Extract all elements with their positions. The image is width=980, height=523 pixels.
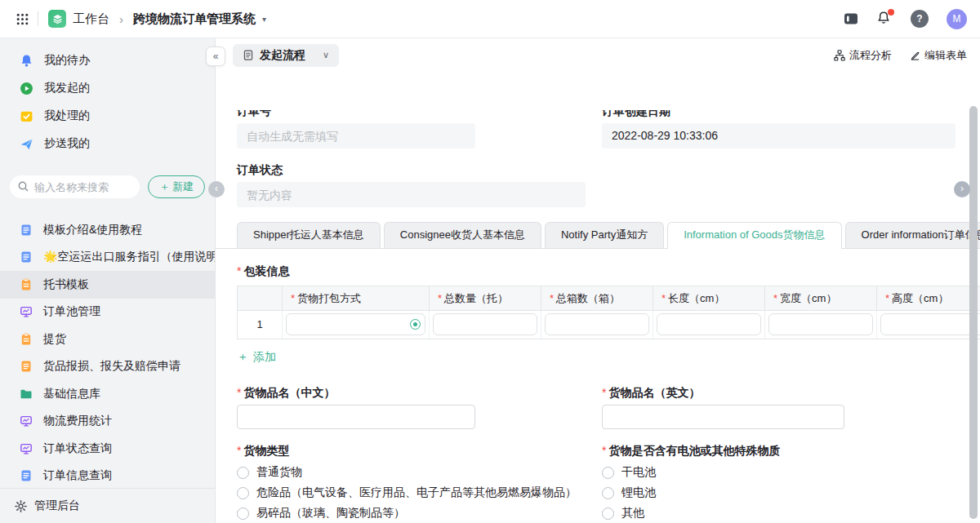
tab-notify-party[interactable]: Notify Party通知方: [545, 222, 664, 248]
radio-dangerous-goods[interactable]: 危险品（电气设备、医疗用品、电子产品等其他易燃易爆物品）: [237, 486, 602, 499]
packing-section-label: 包装信息: [237, 263, 980, 279]
sidebar-item-initiated-by-me[interactable]: 我发起的: [0, 74, 215, 102]
tab-consignee-info[interactable]: Consignee收货人基本信息: [384, 222, 541, 248]
radio-icon: [237, 487, 249, 499]
sidebar-item-order-pool[interactable]: 订单池管理: [0, 299, 215, 326]
radio-other[interactable]: 其他: [602, 507, 980, 520]
packing-method-select[interactable]: [286, 313, 425, 335]
order-no-input[interactable]: [237, 123, 475, 148]
chevron-down-icon[interactable]: ▾: [262, 15, 266, 24]
form-tabs: Shipper托运人基本信息 Consignee收货人基本信息 Notify P…: [237, 222, 980, 249]
notifications-bell-icon[interactable]: [876, 11, 893, 27]
goods-name-en-label: 货物品名（英文）: [602, 384, 980, 401]
send-icon: [20, 137, 33, 151]
document-icon: [20, 360, 33, 373]
length-input[interactable]: [657, 313, 761, 335]
height-input[interactable]: [880, 313, 980, 335]
created-date-value: 2022-08-29 10:33:06: [602, 123, 956, 148]
document-icon: [20, 469, 33, 482]
divider: [38, 11, 38, 26]
avatar[interactable]: M: [947, 9, 967, 29]
goods-name-cn-input[interactable]: [237, 405, 475, 429]
sidebar-item-pickup[interactable]: 提货: [0, 326, 215, 353]
gear-icon: [15, 500, 27, 512]
radio-dry-battery[interactable]: 干电池: [602, 466, 980, 479]
sidebar-item-label: 抄送我的: [44, 136, 90, 151]
sidebar-item-base-info[interactable]: 基础信息库: [0, 380, 215, 408]
add-row-button[interactable]: ＋ 添加: [237, 350, 276, 365]
document-icon: [20, 250, 33, 264]
pencil-icon: [910, 50, 920, 60]
menu-item-label: 基础信息库: [43, 387, 100, 401]
page-title[interactable]: 跨境物流订单管理系统: [133, 11, 256, 27]
new-button[interactable]: ＋ 新建: [148, 175, 205, 198]
sidebar-item-processed-by-me[interactable]: 我处理的: [0, 102, 215, 130]
panel-toggle-icon[interactable]: [844, 12, 858, 25]
radio-fragile-goods[interactable]: 易碎品（玻璃、陶瓷制品等）: [237, 507, 602, 520]
total-qty-input[interactable]: [433, 313, 537, 335]
radio-general-cargo[interactable]: 普通货物: [237, 466, 602, 479]
app-grid-icon[interactable]: [13, 10, 31, 28]
vertical-scrollbar[interactable]: [969, 106, 978, 519]
edit-form-link[interactable]: 编辑表单: [910, 48, 967, 63]
tabs-scroll-left-button[interactable]: ‹: [208, 181, 225, 197]
tab-goods-info[interactable]: Information of Goods货物信息: [667, 222, 841, 249]
sidebar-item-admin-console[interactable]: 管理后台: [0, 488, 215, 523]
play-circle-icon: [20, 82, 33, 95]
sidebar-item-damage-claim[interactable]: 货品报损、报失及赔偿申请: [0, 353, 215, 381]
col-width: 宽度（cm）: [765, 286, 877, 310]
col-total-boxes: 总箱数（箱）: [541, 286, 653, 310]
top-nav: 工作台 › 跨境物流订单管理系统 ▾ ? M: [0, 0, 980, 38]
tabs-scroll-right-button[interactable]: ›: [954, 181, 970, 197]
process-toolbar: 发起流程 ∨ 流程分析 编辑表单: [216, 38, 980, 72]
created-date-label: 订单创建日期: [602, 110, 980, 119]
main-content: « 发起流程 ∨ 流程分析 编辑表单 ‹ ›: [216, 38, 980, 523]
order-status-input[interactable]: [237, 182, 586, 207]
sidebar-item-cost-stats[interactable]: 物流费用统计: [0, 408, 215, 436]
sidebar-item-booking-template[interactable]: 托书模板: [0, 271, 215, 299]
plus-icon: ＋: [159, 180, 170, 194]
sidebar-collapse-button[interactable]: «: [206, 47, 225, 66]
help-icon[interactable]: ?: [911, 10, 929, 28]
radio-icon: [602, 467, 614, 479]
cargo-type-label: 货物类型: [237, 442, 602, 459]
goods-name-en-input[interactable]: [602, 405, 844, 429]
radio-icon: [602, 487, 614, 499]
width-input[interactable]: [768, 313, 873, 335]
notification-dot: [888, 9, 894, 16]
admin-label: 管理后台: [34, 499, 80, 513]
menu-item-label: 🌟空运运出口服务指引（使用说明）: [43, 250, 215, 264]
sidebar-item-cc-to-me[interactable]: 抄送我的: [0, 130, 215, 157]
sidebar-item-order-info-query[interactable]: 订单信息查询: [0, 463, 215, 490]
menu-item-label: 提货: [43, 332, 66, 347]
tab-order-info[interactable]: Order information订单信息: [845, 222, 980, 248]
radio-lithium-battery[interactable]: 锂电池: [602, 486, 980, 499]
col-index: [238, 286, 283, 310]
flow-icon: [834, 50, 845, 61]
sidebar-item-my-todos[interactable]: 我的待办: [0, 47, 215, 74]
process-analysis-link[interactable]: 流程分析: [834, 48, 892, 63]
clipboard-icon: [20, 278, 33, 291]
order-status-label: 订单状态: [237, 162, 980, 178]
workspace-app-icon: [48, 10, 66, 28]
folder-icon: [20, 388, 33, 401]
total-boxes-input[interactable]: [545, 313, 649, 335]
monitor-chart-icon: [20, 414, 33, 428]
table-row: 1: [238, 311, 980, 339]
search-icon: [17, 180, 29, 196]
col-packing-method: 货物打包方式: [283, 286, 430, 310]
col-total-qty: 总数量（托）: [430, 286, 541, 310]
sidebar-item-template-intro[interactable]: 模板介绍&使用教程: [0, 216, 215, 244]
form-scroll-area: 订单号 订单创建日期 2022-08-29 10:33:06 订单状态 Ship…: [216, 110, 980, 523]
order-no-label: 订单号: [237, 110, 602, 119]
workspace-label[interactable]: 工作台: [73, 11, 109, 27]
radio-icon: [237, 467, 249, 479]
sidebar-item-order-status-query[interactable]: 订单状态查询: [0, 435, 215, 463]
clipboard-icon: [20, 333, 33, 346]
initiate-process-button[interactable]: 发起流程 ∨: [233, 44, 339, 67]
monitor-chart-icon: [20, 442, 33, 455]
tab-shipper-info[interactable]: Shipper托运人基本信息: [237, 222, 381, 248]
sidebar-item-air-export-guide[interactable]: 🌟空运运出口服务指引（使用说明）: [0, 244, 215, 272]
document-icon: [20, 224, 33, 237]
menu-item-label: 模板介绍&使用教程: [43, 223, 142, 237]
